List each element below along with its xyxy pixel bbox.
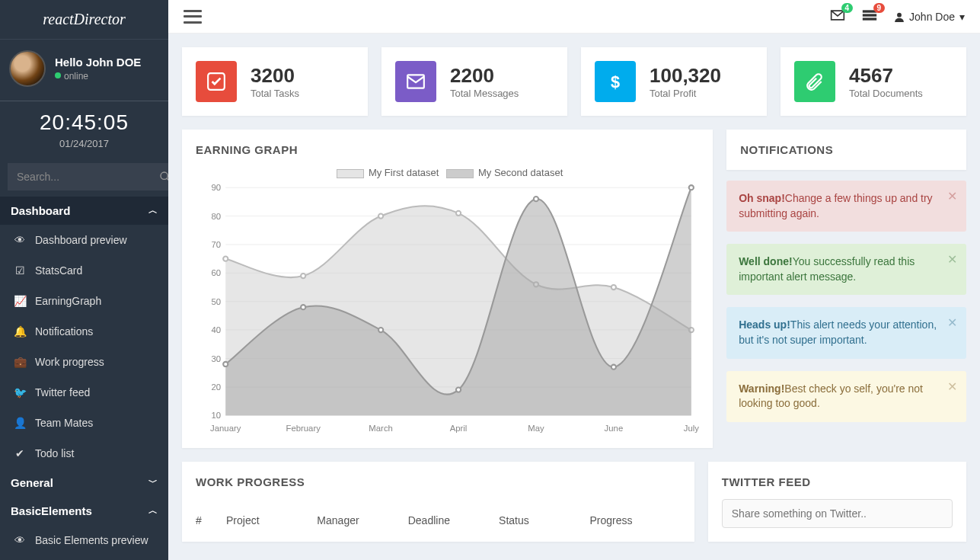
svg-text:March: March: [369, 424, 393, 433]
nav-item-basic-elements-preview[interactable]: 👁Basic Elements preview: [0, 525, 168, 555]
search-button[interactable]: [159, 163, 168, 190]
twitter-icon: 🐦: [14, 386, 26, 398]
svg-point-45: [534, 197, 538, 201]
chevron-up-icon: ︿: [148, 204, 158, 217]
table-header: Progress: [589, 514, 680, 526]
notifications-panel: NOTIFICATIONS: [726, 130, 966, 170]
svg-text:January: January: [210, 424, 241, 433]
svg-text:70: 70: [211, 240, 221, 249]
user-icon: [894, 11, 905, 22]
svg-point-39: [611, 285, 616, 290]
work-progress-panel: WORK PROGRESS # Project Manager Deadline…: [182, 462, 694, 542]
divider: [0, 101, 168, 101]
clock-time: 20:45:05: [0, 110, 168, 135]
svg-text:60: 60: [211, 268, 221, 277]
svg-text:June: June: [605, 424, 624, 433]
nav-item-todo-list[interactable]: ✔Todo list: [0, 438, 168, 469]
eye-icon: 👁: [14, 534, 26, 546]
svg-point-47: [689, 185, 694, 190]
svg-text:80: 80: [211, 212, 221, 221]
nav-item-work-progress[interactable]: 💼Work progress: [0, 347, 168, 377]
svg-rect-3: [863, 14, 876, 16]
stat-card-profit: $ 100,320Total Profit: [581, 47, 767, 116]
chevron-up-icon: ︿: [148, 504, 158, 517]
nav-section-general[interactable]: General ﹀: [0, 469, 168, 497]
table-header: Manager: [317, 514, 407, 526]
svg-text:July: July: [684, 424, 699, 433]
eye-icon: 👁: [14, 234, 26, 246]
stat-label: Total Documents: [849, 88, 923, 99]
search-input[interactable]: [8, 163, 159, 190]
briefcase-icon: 💼: [14, 356, 26, 368]
alert-strong: Heads up!: [739, 318, 790, 331]
panel-title: EARNING GRAPH: [196, 143, 699, 156]
nav-item-statscard[interactable]: ☑StatsCard: [0, 255, 168, 286]
sidebar: reactDirector Hello John DOE online 20:4…: [0, 0, 168, 560]
paperclip-icon: [794, 61, 835, 102]
svg-text:$: $: [611, 72, 620, 91]
stat-card-tasks: 3200Total Tasks: [182, 47, 368, 116]
earning-chart: 102030405060708090JanuaryFebruaryMarchAp…: [196, 183, 699, 434]
svg-point-42: [301, 305, 305, 309]
earning-graph-panel: EARNING GRAPH My First dataset My Second…: [182, 130, 713, 448]
stat-card-messages: 2200Total Messages: [381, 47, 567, 116]
user-greeting: Hello John DOE: [55, 56, 141, 69]
search-icon: [159, 171, 168, 183]
alert-strong: Well done!: [739, 255, 793, 267]
legend-swatch-icon: [337, 169, 364, 178]
nav-section-label: Dashboard: [11, 204, 70, 217]
nav-item-dashboard-preview[interactable]: 👁Dashboard preview: [0, 225, 168, 255]
tasks-badge: 9: [873, 3, 886, 13]
close-icon[interactable]: ✕: [947, 251, 957, 268]
svg-point-37: [456, 211, 461, 216]
svg-point-34: [223, 257, 228, 261]
chart-legend: My First dataset My Second dataset: [196, 167, 699, 178]
topbar: 4 9 John Doe ▾: [168, 0, 980, 34]
svg-point-41: [223, 362, 228, 366]
check-icon: ✔: [14, 447, 26, 459]
svg-text:50: 50: [211, 297, 221, 306]
table-header: Project: [226, 514, 317, 526]
close-icon[interactable]: ✕: [947, 379, 957, 395]
nav-item-notifications[interactable]: 🔔Notifications: [0, 316, 168, 347]
alert-warning: Warning!Best check yo self, you're not l…: [726, 371, 966, 422]
alert-success: Well done!You successfully read this imp…: [726, 244, 966, 295]
table-header: Status: [499, 514, 589, 526]
stat-label: Total Messages: [450, 88, 519, 99]
svg-text:10: 10: [211, 411, 221, 420]
user-name: John Doe: [909, 11, 955, 23]
nav-section-basic-elements[interactable]: BasicElements ︿: [0, 497, 168, 525]
legend-label: My Second dataset: [478, 167, 563, 178]
chevron-down-icon: ﹀: [148, 476, 158, 489]
work-table-headers: # Project Manager Deadline Status Progre…: [196, 499, 681, 526]
legend-swatch-icon: [446, 169, 474, 178]
stat-value: 2200: [450, 64, 519, 88]
user-status: online: [64, 71, 88, 82]
close-icon[interactable]: ✕: [947, 315, 957, 331]
stat-label: Total Tasks: [251, 88, 299, 99]
svg-point-0: [161, 172, 168, 179]
alert-strong: Warning!: [739, 382, 784, 395]
check-square-icon: [196, 61, 237, 102]
mail-button[interactable]: 4: [830, 9, 845, 24]
tasks-button[interactable]: 9: [862, 9, 877, 24]
user-icon: 👤: [14, 417, 26, 429]
caret-down-icon: ▾: [959, 11, 965, 23]
nav-item-team-mates[interactable]: 👤Team Mates: [0, 408, 168, 438]
nav-section-dashboard[interactable]: Dashboard ︿: [0, 197, 168, 225]
nav-item-earning-graph[interactable]: 📈EarningGraph: [0, 286, 168, 316]
clock: 20:45:05 01/24/2017: [0, 104, 168, 157]
nav-section-label: General: [11, 476, 53, 489]
nav-item-twitter-feed[interactable]: 🐦Twitter feed: [0, 377, 168, 408]
user-dropdown[interactable]: John Doe ▾: [894, 11, 965, 23]
twitter-input[interactable]: [722, 499, 953, 528]
stat-label: Total Profit: [650, 88, 721, 99]
menu-toggle-button[interactable]: [184, 10, 202, 24]
stat-value: 4567: [849, 64, 923, 88]
close-icon[interactable]: ✕: [947, 188, 957, 205]
svg-point-46: [611, 365, 616, 370]
clock-date: 01/24/2017: [0, 138, 168, 149]
svg-text:30: 30: [211, 354, 221, 363]
svg-text:April: April: [450, 424, 468, 433]
status-dot-icon: [55, 72, 61, 78]
